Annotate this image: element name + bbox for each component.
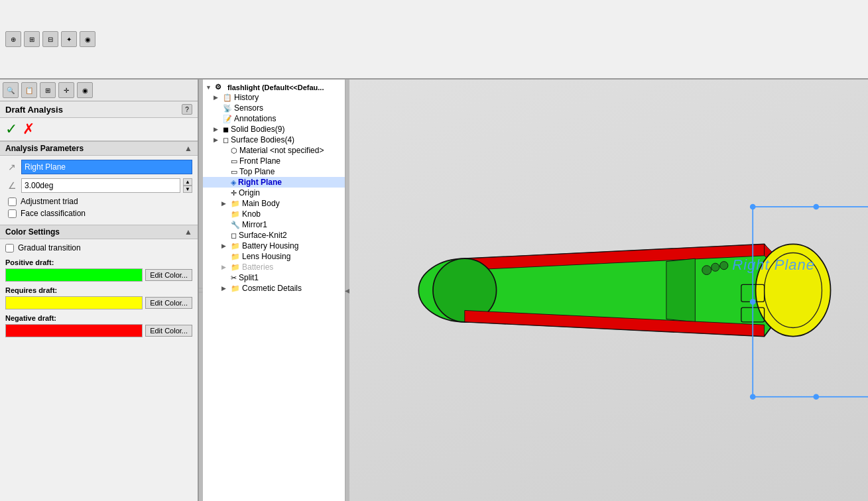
tree-item-battery-housing[interactable]: ▶ 📁 Battery Housing [203,241,345,251]
tree-item[interactable]: 📁 Lens Housing [203,251,345,262]
tree-item[interactable]: ▶ 📋 History [203,92,345,103]
tree-label: Origin [239,188,260,197]
tree-label: Surface Bodies(4) [231,135,294,144]
tree-item[interactable]: ▶ ◼ Solid Bodies(9) [203,124,345,135]
tree-item[interactable]: 🔧 Mirror1 [203,219,345,230]
direction-input[interactable]: Right Plane [21,160,192,174]
tree-item[interactable]: 📡 Sensors [203,103,345,113]
viewport: Right Plane [349,80,868,501]
tree-item[interactable]: ▶ ◻ Surface Bodies(4) [203,135,345,145]
positive-edit-color-btn[interactable]: Edit Color... [145,269,192,281]
requires-draft-label: Requires draft: [5,286,57,294]
tree-label: Right Plane [238,178,282,187]
tree-root[interactable]: ▼ ⚙ flashlight (Default<<Defau... [203,82,345,92]
toolbar-icon-1[interactable]: ⊕ [5,31,21,47]
svg-point-17 [720,262,728,270]
gradual-transition-checkbox[interactable] [5,244,14,252]
color-settings-collapse[interactable]: ▲ [184,227,192,237]
tree-label: Lens Housing [242,252,290,261]
requires-draft-section: Requires draft: Edit Color... [5,286,192,309]
tree-item[interactable]: ◻ Surface-Knit2 [203,230,345,241]
tree-item[interactable]: ▶ 📁 Main Body [203,198,345,209]
color-settings-content: Gradual transition Positive draft: Edit … [0,239,198,345]
tree-item[interactable]: ✛ Origin [203,188,345,198]
panel-icon-3[interactable]: ⊞ [40,82,56,98]
analysis-params-content: ↗ Right Plane ∠ ▲ ▼ Adjustment triad [0,156,198,225]
tree-label: Sensors [234,103,263,113]
tree-item[interactable]: 📁 Knob [203,209,345,219]
gradual-transition-label: Gradual transition [18,243,81,252]
cancel-button[interactable]: ✗ [23,121,34,138]
adjustment-triad-row: Adjustment triad [5,197,192,206]
tree-label: Battery Housing [242,241,298,250]
face-classification-checkbox[interactable] [8,209,17,218]
toolbar-icon-3[interactable]: ⊟ [42,31,58,47]
draft-analysis-header: Draft Analysis ? [0,101,198,118]
help-button[interactable]: ? [182,104,192,115]
spinner-up[interactable]: ▲ [183,178,192,186]
adjustment-triad-checkbox[interactable] [8,197,17,206]
action-buttons: ✓ ✗ [0,118,198,141]
angle-spinner: ▲ ▼ [183,178,192,193]
face-classification-label: Face classification [21,209,86,218]
left-panel: 🔍 📋 ⊞ ✛ ◉ Draft Analysis ? ✓ ✗ Analysis … [0,80,199,501]
svg-point-7 [750,204,756,210]
tree-label: Split1 [239,273,259,282]
analysis-params-collapse[interactable]: ▲ [184,144,192,153]
tree-label: Knob [242,209,261,219]
toolbar-icon-4[interactable]: ✦ [61,31,77,47]
panel-icon-1[interactable]: 🔍 [3,82,19,98]
panel-toolbar: 🔍 📋 ⊞ ✛ ◉ [0,80,198,101]
requires-color-swatch [5,296,143,309]
root-expand-icon: ▼ [206,84,214,91]
plane-label: Right Plane [732,256,815,274]
positive-draft-label: Positive draft: [5,258,54,266]
draft-analysis-title: Draft Analysis [5,105,63,115]
tree-label: Top Plane [239,167,275,176]
negative-edit-color-btn[interactable]: Edit Color... [145,325,192,337]
negative-draft-label: Negative draft: [5,314,56,322]
tree-label: Front Plane [239,156,280,166]
flashlight-3d [349,80,868,501]
tree-item[interactable]: ✂ Split1 [203,272,345,283]
svg-point-9 [750,394,756,400]
svg-point-14 [813,394,819,400]
negative-color-swatch [5,324,143,337]
panel-icon-4[interactable]: ✛ [58,82,74,98]
panel-icon-2[interactable]: 📋 [21,82,37,98]
tree-item[interactable]: ▭ Front Plane [203,156,345,166]
root-icon: ⚙ [215,83,225,91]
tree-item[interactable]: ⬡ Material <not specified> [203,145,345,156]
tree-label: Annotations [234,114,276,123]
tree-panel: ▼ ⚙ flashlight (Default<<Defau... ▶ 📋 Hi… [203,80,345,501]
adjustment-triad-label: Adjustment triad [21,197,78,206]
accept-button[interactable]: ✓ [5,121,17,138]
toolbar-icon-5[interactable]: ◉ [80,31,95,47]
tree-label: Main Body [242,199,280,208]
svg-point-13 [813,204,819,210]
tree-item-batteries[interactable]: ▶ 📁 Batteries [203,262,345,272]
root-label: flashlight (Default<<Defau... [227,84,324,91]
positive-draft-section: Positive draft: Edit Color... [5,258,192,282]
tree-item[interactable]: ▭ Top Plane [203,166,345,177]
panel-icon-5[interactable]: ◉ [77,82,93,98]
tree-item-right-plane[interactable]: ◈ Right Plane [203,177,345,188]
tree-item[interactable]: ▶ 📁 Cosmetic Details [203,283,345,294]
angle-input[interactable] [21,178,180,193]
requires-edit-color-btn[interactable]: Edit Color... [145,297,192,309]
svg-point-16 [712,263,719,271]
color-settings-header: Color Settings ▲ [0,225,198,239]
analysis-params-title: Analysis Parameters [5,144,84,153]
face-classification-row: Face classification [5,209,192,218]
tree-label: Material <not specified> [239,146,324,155]
tree-label: History [234,93,259,102]
toolbar-icon-2[interactable]: ⊞ [24,31,40,47]
toolbar-icons: ⊕ ⊞ ⊟ ✦ ◉ [5,31,95,47]
tree-item[interactable]: 📝 Annotations [203,113,345,124]
top-toolbar: ⊕ ⊞ ⊟ ✦ ◉ [0,0,868,80]
tree-label: Solid Bodies(9) [231,125,284,134]
spinner-down[interactable]: ▼ [183,186,192,193]
direction-icon: ↗ [5,160,19,174]
tree-label: Cosmetic Details [242,284,302,293]
tree-label: Mirror1 [242,220,267,229]
